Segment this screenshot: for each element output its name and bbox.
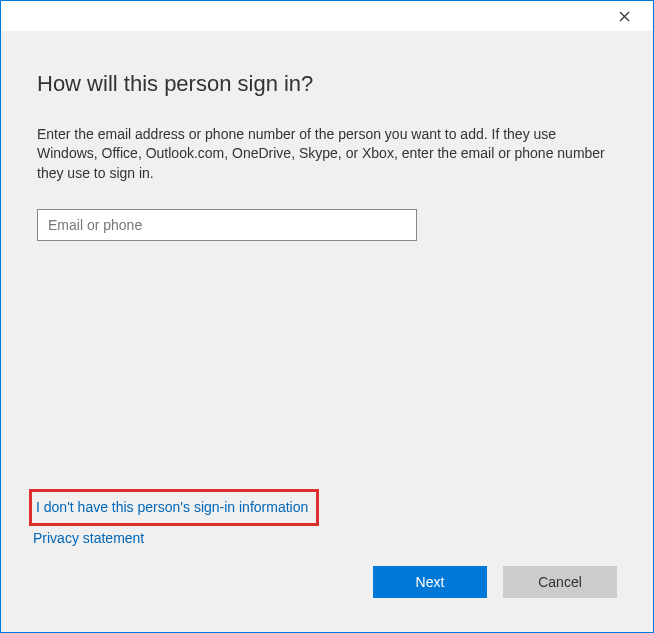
dialog-window: How will this person sign in? Enter the … bbox=[0, 0, 654, 633]
close-button[interactable] bbox=[607, 5, 641, 27]
highlight-box: I don't have this person's sign-in infor… bbox=[29, 489, 319, 526]
close-icon bbox=[619, 11, 630, 22]
no-signin-info-link[interactable]: I don't have this person's sign-in infor… bbox=[36, 495, 308, 520]
links-section: I don't have this person's sign-in infor… bbox=[33, 489, 319, 551]
instruction-text: Enter the email address or phone number … bbox=[37, 125, 617, 183]
dialog-content: How will this person sign in? Enter the … bbox=[1, 31, 653, 632]
next-button[interactable]: Next bbox=[373, 566, 487, 598]
dialog-footer: Next Cancel bbox=[373, 566, 617, 598]
email-or-phone-input[interactable] bbox=[37, 209, 417, 241]
input-container bbox=[37, 209, 417, 241]
titlebar bbox=[1, 1, 653, 31]
page-title: How will this person sign in? bbox=[37, 71, 617, 97]
privacy-statement-link[interactable]: Privacy statement bbox=[33, 526, 144, 551]
cancel-button[interactable]: Cancel bbox=[503, 566, 617, 598]
